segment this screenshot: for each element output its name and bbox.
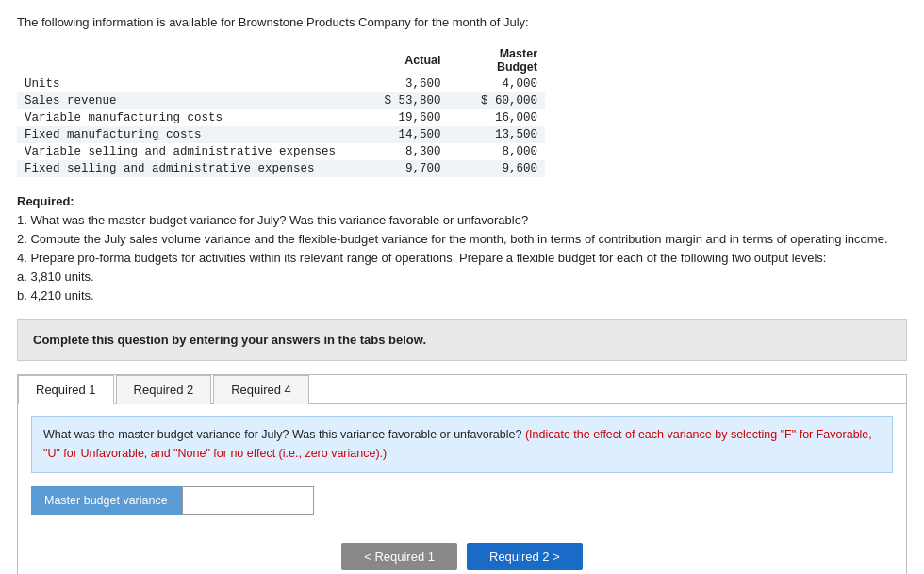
table-row: Fixed selling and administrative expense…	[17, 160, 545, 177]
table-cell-master: 9,600	[448, 160, 545, 177]
table-cell-label: Fixed manufacturing costs	[17, 126, 352, 143]
tabs-header: Required 1Required 2Required 4	[18, 375, 906, 404]
table-row: Sales revenue$ 53,800$ 60,000	[17, 92, 545, 109]
answer-label: Master budget variance	[31, 486, 182, 515]
required-item-b: b. 4,210 units.	[17, 287, 907, 305]
col-label-header	[17, 45, 352, 75]
required-item-1: 1. What was the master budget variance f…	[17, 211, 907, 230]
table-cell-master: 4,000	[448, 75, 545, 92]
next-button[interactable]: Required 2 >	[467, 543, 583, 570]
tab-req2[interactable]: Required 2	[116, 375, 212, 404]
required-header: Required:	[17, 194, 74, 208]
table-cell-master: 16,000	[448, 109, 545, 126]
question-main: What was the master budget variance for …	[43, 428, 521, 441]
complete-box: Complete this question by entering your …	[17, 319, 907, 361]
complete-box-text: Complete this question by entering your …	[33, 333, 426, 347]
tab-content: What was the master budget variance for …	[18, 404, 906, 574]
table-cell-actual: 8,300	[352, 143, 449, 160]
table-cell-actual: 19,600	[352, 109, 449, 126]
tab-req4[interactable]: Required 4	[213, 375, 309, 404]
tabs-container: Required 1Required 2Required 4 What was …	[17, 374, 907, 574]
table-row: Units3,6004,000	[17, 75, 545, 92]
col-master-header: MasterBudget	[448, 45, 545, 75]
table-row: Fixed manufacturing costs14,50013,500	[17, 126, 545, 143]
table-cell-master: 8,000	[448, 143, 545, 160]
nav-buttons: < Required 1 Required 2 >	[31, 533, 893, 574]
required-item-a: a. 3,810 units.	[17, 268, 907, 287]
tab-req1[interactable]: Required 1	[18, 375, 114, 404]
table-cell-master: 13,500	[448, 126, 545, 143]
required-item-4: 4. Prepare pro-forma budgets for activit…	[17, 249, 907, 268]
table-cell-actual: 3,600	[352, 75, 449, 92]
col-actual-header: Actual	[352, 45, 449, 75]
table-cell-actual: 14,500	[352, 126, 449, 143]
table-row: Variable selling and administrative expe…	[17, 143, 545, 160]
table-cell-label: Units	[17, 75, 352, 92]
table-cell-actual: $ 53,800	[352, 92, 449, 109]
table-cell-master: $ 60,000	[448, 92, 545, 109]
table-cell-label: Sales revenue	[17, 92, 352, 109]
answer-input[interactable]	[182, 486, 314, 515]
table-cell-actual: 9,700	[352, 160, 449, 177]
table-cell-label: Variable selling and administrative expe…	[17, 143, 352, 160]
required-item-2: 2. Compute the July sales volume varianc…	[17, 230, 907, 249]
answer-row: Master budget variance	[31, 486, 893, 515]
required-section: Required: 1. What was the master budget …	[17, 192, 907, 306]
table-header-row: Actual MasterBudget	[17, 45, 545, 75]
question-box: What was the master budget variance for …	[31, 416, 893, 473]
data-table: Actual MasterBudget Units3,6004,000Sales…	[17, 45, 545, 177]
table-cell-label: Fixed selling and administrative expense…	[17, 160, 352, 177]
prev-button[interactable]: < Required 1	[341, 543, 457, 570]
intro-text: The following information is available f…	[17, 13, 907, 32]
table-row: Variable manufacturing costs19,60016,000	[17, 109, 545, 126]
table-cell-label: Variable manufacturing costs	[17, 109, 352, 126]
